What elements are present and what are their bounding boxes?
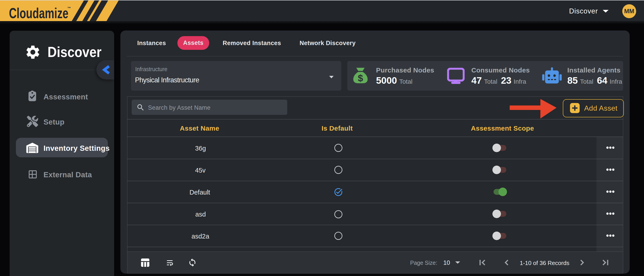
svg-text:$: $ — [358, 73, 363, 84]
svg-text:™: ™ — [67, 6, 71, 10]
svg-text:Cloudamize: Cloudamize — [9, 5, 68, 21]
